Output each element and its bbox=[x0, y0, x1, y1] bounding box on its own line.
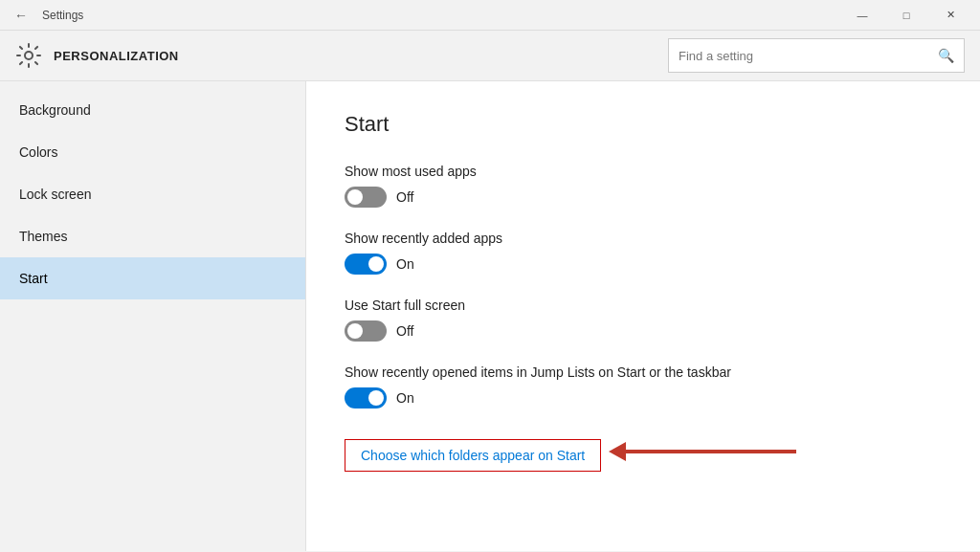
link-arrow-container: Choose which folders appear on Start bbox=[345, 431, 942, 472]
setting-most-used-apps-row: Off bbox=[345, 187, 942, 208]
toggle-recently-added-apps[interactable] bbox=[345, 254, 387, 275]
toggle-recently-added-apps-status: On bbox=[396, 256, 414, 272]
toggle-most-used-apps-status: Off bbox=[396, 189, 413, 205]
setting-most-used-apps-label: Show most used apps bbox=[345, 164, 942, 179]
back-button[interactable]: ← bbox=[8, 2, 34, 29]
toggle-jump-lists[interactable] bbox=[345, 387, 387, 408]
sidebar-item-lock-screen[interactable]: Lock screen bbox=[0, 173, 305, 215]
toggle-jump-lists-knob bbox=[368, 390, 384, 406]
sidebar: Background Colors Lock screen Themes Sta… bbox=[0, 81, 306, 551]
app-header: PERSONALIZATION 🔍 bbox=[0, 31, 980, 81]
toggle-most-used-apps-knob bbox=[347, 189, 363, 205]
setting-start-full-screen-row: Off bbox=[345, 320, 942, 342]
sidebar-item-start[interactable]: Start bbox=[0, 257, 305, 299]
minimize-button[interactable]: — bbox=[840, 0, 884, 31]
search-icon: 🔍 bbox=[938, 48, 954, 63]
page-title: Start bbox=[345, 112, 942, 137]
toggle-jump-lists-status: On bbox=[396, 390, 414, 406]
setting-jump-lists-label: Show recently opened items in Jump Lists… bbox=[345, 364, 942, 380]
close-button[interactable]: ✕ bbox=[928, 0, 972, 31]
titlebar: ← Settings — □ ✕ bbox=[0, 0, 980, 31]
setting-start-full-screen: Use Start full screen Off bbox=[345, 298, 942, 342]
toggle-start-full-screen-knob bbox=[347, 323, 363, 339]
sidebar-item-background[interactable]: Background bbox=[0, 89, 305, 131]
toggle-most-used-apps[interactable] bbox=[345, 187, 387, 208]
sidebar-item-colors[interactable]: Colors bbox=[0, 131, 305, 173]
sidebar-item-themes[interactable]: Themes bbox=[0, 215, 305, 257]
titlebar-title: Settings bbox=[42, 9, 83, 22]
toggle-start-full-screen-status: Off bbox=[396, 323, 413, 339]
choose-folders-link[interactable]: Choose which folders appear on Start bbox=[345, 439, 601, 472]
setting-recently-added-apps: Show recently added apps On bbox=[345, 231, 942, 275]
search-box[interactable]: 🔍 bbox=[668, 38, 965, 73]
content-area: Start Show most used apps Off Show recen… bbox=[306, 81, 980, 551]
setting-jump-lists-row: On bbox=[345, 387, 942, 408]
setting-recently-added-apps-row: On bbox=[345, 254, 942, 275]
main-layout: Background Colors Lock screen Themes Sta… bbox=[0, 81, 980, 551]
arrow-line bbox=[624, 450, 796, 453]
svg-point-0 bbox=[25, 52, 33, 59]
setting-recently-added-apps-label: Show recently added apps bbox=[345, 231, 942, 246]
toggle-start-full-screen[interactable] bbox=[345, 320, 387, 342]
setting-start-full-screen-label: Use Start full screen bbox=[345, 298, 942, 313]
titlebar-controls: — □ ✕ bbox=[840, 0, 972, 31]
toggle-recently-added-apps-knob bbox=[368, 256, 384, 272]
setting-jump-lists: Show recently opened items in Jump Lists… bbox=[345, 364, 942, 408]
gear-icon bbox=[15, 42, 42, 69]
titlebar-left: ← Settings bbox=[8, 2, 83, 29]
header-title: PERSONALIZATION bbox=[54, 49, 657, 63]
setting-most-used-apps: Show most used apps Off bbox=[345, 164, 942, 208]
maximize-button[interactable]: □ bbox=[884, 0, 928, 31]
search-input[interactable] bbox=[679, 49, 938, 63]
